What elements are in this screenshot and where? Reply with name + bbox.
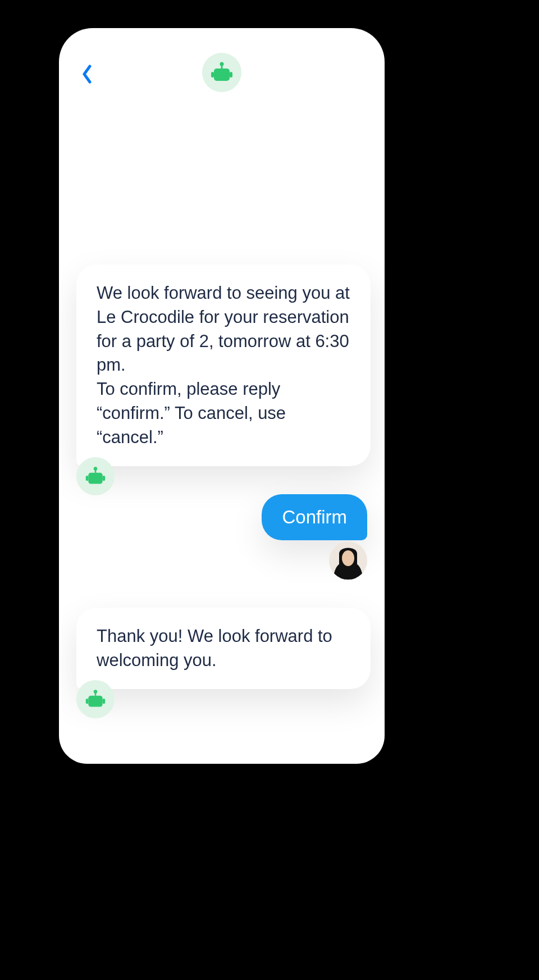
svg-rect-7 xyxy=(88,473,102,484)
user-avatar[interactable] xyxy=(329,541,367,580)
svg-rect-2 xyxy=(214,69,230,81)
bot-message-group: Thank you! We look forward to welcoming … xyxy=(73,608,371,690)
chat-header xyxy=(59,28,385,93)
svg-rect-1 xyxy=(221,65,223,69)
phone-frame: We look forward to seeing you at Le Croc… xyxy=(59,28,385,764)
svg-rect-15 xyxy=(86,699,89,704)
avatar-portrait-icon xyxy=(329,541,367,580)
svg-point-11 xyxy=(342,550,354,566)
svg-rect-3 xyxy=(211,72,214,78)
bot-avatar[interactable] xyxy=(76,457,115,495)
svg-rect-4 xyxy=(230,72,232,78)
svg-rect-6 xyxy=(95,470,97,473)
robot-icon xyxy=(85,689,106,710)
bot-message-group: We look forward to seeing you at Le Croc… xyxy=(73,265,371,466)
back-button[interactable] xyxy=(76,63,98,85)
bot-message: Thank you! We look forward to welcoming … xyxy=(76,608,371,690)
svg-rect-14 xyxy=(88,696,102,707)
svg-rect-13 xyxy=(95,693,97,696)
svg-rect-8 xyxy=(86,476,89,481)
svg-rect-9 xyxy=(103,476,106,481)
bot-avatar[interactable] xyxy=(76,680,115,718)
robot-icon xyxy=(210,61,234,84)
user-message-group: Confirm xyxy=(73,494,371,540)
svg-rect-16 xyxy=(103,699,106,704)
header-bot-avatar[interactable] xyxy=(202,53,241,92)
message-thread: We look forward to seeing you at Le Croc… xyxy=(59,93,385,689)
user-message: Confirm xyxy=(262,494,367,540)
bot-message: We look forward to seeing you at Le Croc… xyxy=(76,265,371,466)
chevron-left-icon xyxy=(81,65,93,84)
robot-icon xyxy=(85,466,106,487)
